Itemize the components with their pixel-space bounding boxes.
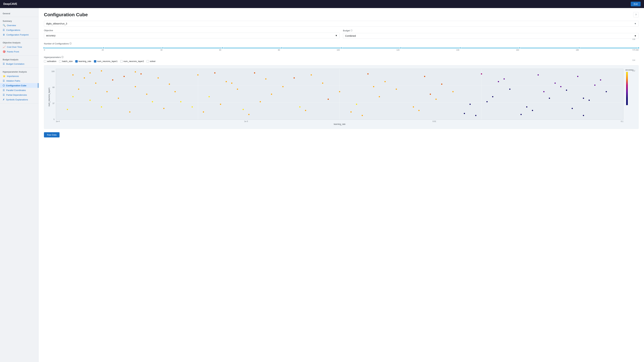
sidebar-icon-budget-correlation: ☰ — [3, 62, 5, 65]
slider-handle[interactable] — [578, 47, 580, 49]
scatter-dot — [384, 81, 386, 82]
page-title: Configuration Cube — [44, 12, 88, 17]
checkbox-item-learning_rate[interactable]: learning_rate — [75, 60, 91, 62]
slider-handle[interactable] — [459, 47, 461, 49]
y-tick: 100 — [51, 70, 54, 72]
sidebar-icon-cost-over-time: 📈 — [3, 45, 6, 48]
checkbox-item-num_neurons_layer1[interactable]: num_neurons_layer1 — [94, 60, 118, 62]
slider-tick: 0 — [44, 49, 45, 51]
sidebar-item-pareto-front[interactable]: 🎯Pareto Front — [0, 49, 38, 54]
sidebar-item-cost-over-time[interactable]: 📈Cost Over Time — [0, 44, 38, 49]
checkbox-item-num_neurons_layer2[interactable]: num_neurons_layer2 — [120, 60, 144, 62]
budget-label: Budget ⓘ — [343, 29, 639, 32]
hyperparams-checkboxes: activationbatch_sizelearning_ratenum_neu… — [44, 60, 639, 62]
scatter-dot — [373, 86, 374, 87]
sidebar-section-summary: Summary — [0, 18, 38, 23]
scatter-dot — [498, 81, 499, 82]
checkbox-label-num_neurons_layer2: num_neurons_layer2 — [124, 60, 144, 62]
page-help-button[interactable]: ? — [633, 12, 639, 17]
sidebar-item-symbolic-explanations[interactable]: ✗Symbolic Explanations — [0, 97, 38, 102]
num-configs-label: Number of Configurations ⓘ — [44, 42, 639, 45]
checkbox-item-activation[interactable]: activation — [44, 60, 56, 62]
slider-handle[interactable] — [400, 47, 402, 49]
sidebar-item-configurations[interactable]: ☰Configurations — [0, 28, 38, 32]
scatter-dot — [350, 111, 352, 112]
scatter-dot — [441, 83, 442, 85]
scatter-dot — [254, 72, 255, 73]
scatter-dot — [72, 74, 74, 76]
sidebar-label-ablation-paths: Ablation Paths — [6, 80, 20, 82]
objective-select[interactable]: accuracy ▼ — [44, 33, 340, 38]
sidebar-item-configuration-footprint[interactable]: 🖥Configuration Footprint — [0, 32, 38, 37]
scatter-dot — [118, 98, 119, 99]
sidebar-section-hyperparameter-analysis: Hyperparameter Analysis — [0, 69, 38, 74]
checkbox-item-solver[interactable]: solver — [146, 60, 156, 62]
checkbox-box-activation — [44, 60, 46, 62]
scatter-dot — [577, 76, 578, 77]
slider-handle[interactable] — [43, 47, 45, 49]
y-tick: 5 — [51, 118, 54, 120]
checkbox-label-solver: solver — [150, 60, 156, 62]
checkbox-box-solver — [146, 60, 149, 62]
slider-handle[interactable] — [340, 47, 342, 49]
sidebar-label-budget-correlation: Budget Correlation — [6, 63, 24, 65]
scatter-dot — [543, 91, 544, 92]
sidebar-item-configuration-cube[interactable]: ⬡Configuration Cube — [0, 83, 38, 88]
scatter-dot — [243, 109, 244, 110]
slider-handle[interactable] — [222, 47, 223, 49]
slider-tick: 100 — [336, 49, 340, 51]
slider-tick: 160 — [516, 49, 519, 51]
hyperparams-section: Hyperparameters ⓘ activationbatch_sizele… — [44, 56, 639, 62]
slider-tick: 140 — [456, 49, 459, 51]
scatter-dot — [424, 76, 425, 77]
run-selector[interactable]: digits_sklearn/run_3 ▼ — [44, 21, 639, 26]
colorbar-ticks: 0.80.60.40.2 — [632, 38, 635, 72]
scatter-dot — [532, 110, 533, 111]
chart-inner: num_neurons_layer1 10068375 1e-41e-30.01… — [48, 69, 635, 125]
checkbox-item-batch_size[interactable]: batch_size — [59, 60, 72, 62]
sidebar-label-symbolic-explanations: Symbolic Explanations — [6, 98, 28, 101]
budget-value: Combined — [345, 34, 356, 37]
budget-help-icon: ⓘ — [350, 29, 352, 32]
checkbox-box-num_neurons_layer2 — [120, 60, 122, 62]
scatter-dot — [237, 88, 238, 90]
scatter-dot — [163, 108, 164, 109]
slider-handle[interactable] — [103, 47, 104, 49]
scatter-dot — [435, 99, 436, 100]
scatter-dot — [84, 77, 85, 79]
scatter-dot — [509, 88, 510, 90]
sidebar-icon-configurations: ☰ — [3, 29, 5, 31]
scatter-dot — [554, 82, 556, 84]
checkbox-label-activation: activation — [47, 60, 56, 62]
scatter-dot — [379, 96, 380, 97]
scatter-dot — [413, 106, 414, 107]
budget-select[interactable]: Combined ▼ — [343, 33, 639, 39]
scatter-dot — [101, 70, 102, 71]
scatter-dot — [95, 82, 96, 84]
slider-tick: 40 — [160, 49, 162, 51]
app-title: DeepCAVE — [3, 2, 17, 5]
slider-tick: 200 — [636, 49, 639, 51]
sidebar-label-configurations: Configurations — [6, 29, 20, 31]
sidebar-item-ablation-paths[interactable]: ☰Ablation Paths — [0, 78, 38, 83]
sidebar-label-partial-dependencies: Partial Dependencies — [6, 94, 27, 96]
slider-handle[interactable] — [638, 47, 640, 49]
sidebar-item-overview[interactable]: 🔍Overview — [0, 23, 38, 28]
slider-handle[interactable] — [281, 47, 282, 49]
scatter-dot — [214, 72, 215, 73]
exit-button[interactable]: Exit — [631, 2, 641, 6]
num-configs-section: Number of Configurations ⓘ 0204060801001… — [44, 42, 639, 52]
checkbox-box-learning_rate — [75, 60, 78, 62]
slider-handle[interactable] — [162, 47, 164, 49]
sidebar-item-partial-dependencies[interactable]: ☰Partial Dependencies — [0, 92, 38, 97]
raw-data-button[interactable]: Raw Data — [44, 132, 60, 137]
sidebar-item-parallel-coordinates[interactable]: ☰Parallel Coordinates — [0, 88, 38, 92]
sidebar-item-importances[interactable]: ⭐Importances — [0, 74, 38, 78]
slider-handle[interactable] — [519, 47, 520, 49]
scatter-dot — [124, 76, 124, 77]
scatter-dot — [566, 89, 567, 91]
colorbar-tick: 0.2 — [632, 70, 635, 72]
scatter-dot — [67, 109, 68, 110]
sidebar-item-budget-correlation[interactable]: ☰Budget Correlation — [0, 61, 38, 66]
num-configs-slider[interactable]: 020406080100120140160180200 — [44, 46, 639, 52]
